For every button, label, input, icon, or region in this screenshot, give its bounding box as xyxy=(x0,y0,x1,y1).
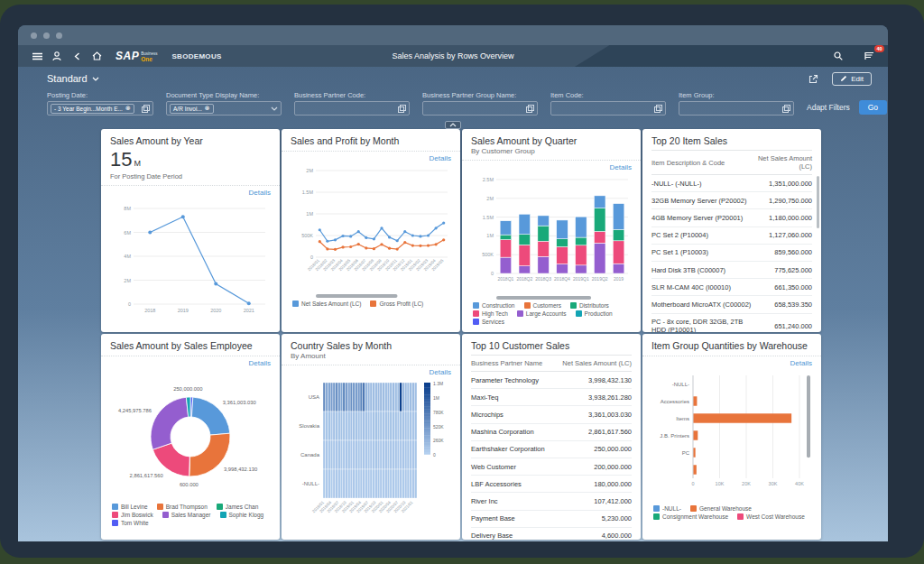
svg-text:2018Q2: 2018Q2 xyxy=(516,276,532,282)
table-row[interactable]: SLR M-CAM 40C (I00010)661,350.000 xyxy=(651,279,812,296)
card-subtitle: By Customer Group xyxy=(471,147,632,155)
details-link[interactable]: Details xyxy=(291,365,451,377)
browser-frame: SAP Business One SBODEMOUS Sales Analysi… xyxy=(0,5,924,558)
window-dot[interactable] xyxy=(56,32,62,39)
card-item-group-quantities: Item Group Quantities by Warehouse Detai… xyxy=(642,334,821,540)
cell-value: 3,998,432.130 xyxy=(554,372,632,389)
table-row[interactable]: 4GB Memory Server (P20001)1,180,000.000 xyxy=(651,209,812,227)
collapse-filter-button[interactable] xyxy=(445,121,461,129)
table-row[interactable]: LBF Accessories180,000.000 xyxy=(471,476,632,493)
chevron-up-icon xyxy=(449,123,457,127)
value-help-icon xyxy=(654,105,662,113)
table-row[interactable]: Web Customer200,000.000 xyxy=(471,458,632,475)
legend-label: Customers xyxy=(533,302,561,309)
legend-swatch xyxy=(473,319,479,325)
notifications-icon[interactable]: 40 xyxy=(859,49,879,63)
table-row[interactable]: PC Set 1 (P10003)859,560.000 xyxy=(651,244,812,261)
cell-name: LBF Accessories xyxy=(471,476,554,493)
filter-input[interactable] xyxy=(294,101,410,116)
cell-value: 180,000.000 xyxy=(554,476,632,493)
window-dot[interactable] xyxy=(31,32,37,39)
filter-input[interactable] xyxy=(422,101,538,116)
details-link[interactable]: Details xyxy=(110,186,271,198)
user-icon[interactable] xyxy=(47,49,67,63)
cell-name: PC - 8x core, DDR 32GB, 2TB HDD (P10001) xyxy=(651,313,753,332)
table-row[interactable]: Hard Disk 3TB (C00007)775,625.000 xyxy=(651,261,812,278)
svg-text:2018Q1: 2018Q1 xyxy=(498,276,514,282)
svg-text:0: 0 xyxy=(128,301,131,307)
svg-text:2M: 2M xyxy=(306,168,313,173)
cell-value: 1,127,060.000 xyxy=(753,227,812,244)
table-row[interactable]: Microchips3,361,003.030 xyxy=(471,406,632,423)
card-title: Sales Amount by Sales Employee xyxy=(110,340,271,351)
legend-label: James Chan xyxy=(226,504,259,510)
table-header: Business Partner Name xyxy=(471,356,554,372)
filter-input[interactable] xyxy=(679,101,794,116)
cell-value: 250,000.000 xyxy=(554,440,632,458)
table-row[interactable]: Delivery Base4,600.000 xyxy=(471,527,632,540)
table-row[interactable]: Mashina Corporation2,861,617.560 xyxy=(471,423,632,440)
svg-text:4M: 4M xyxy=(124,254,131,259)
window-dot[interactable] xyxy=(43,32,50,39)
cell-name: 4GB Memory Server (P20001) xyxy=(651,209,753,227)
svg-text:3,998,432.130: 3,998,432.130 xyxy=(224,467,257,472)
table-scrollbar[interactable] xyxy=(817,176,819,228)
chart-scrollbar[interactable] xyxy=(496,296,591,300)
details-link[interactable]: Details xyxy=(471,161,632,172)
filter-input[interactable]: A/R Invoi...⊗ xyxy=(166,101,282,116)
adapt-filters-link[interactable]: Adapt Filters xyxy=(807,103,850,112)
table-row[interactable]: -NULL- (-NULL-)1,351,000.000 xyxy=(651,175,812,192)
kpi-unit: M xyxy=(134,159,141,168)
table-row[interactable]: Earthshaker Corporation250,000.000 xyxy=(471,440,632,458)
legend-item: Production xyxy=(576,310,613,317)
filter-input[interactable] xyxy=(550,101,666,116)
legend-item: Gross Profit (LC) xyxy=(370,300,423,307)
legend-label: Construction xyxy=(482,302,515,309)
go-button[interactable]: Go xyxy=(859,100,887,115)
legend-item: Consignment Warehouse xyxy=(653,513,728,520)
share-icon[interactable] xyxy=(803,71,823,86)
legend-swatch xyxy=(473,302,479,309)
table-row[interactable]: Parameter Technology3,998,432.130 xyxy=(471,372,632,389)
legend-swatch xyxy=(576,310,582,317)
chart-scrollbar[interactable] xyxy=(316,294,398,298)
search-icon[interactable] xyxy=(828,49,848,63)
sap-logo-one: One xyxy=(141,57,157,63)
svg-text:J.B. Printers: J.B. Printers xyxy=(660,433,689,439)
svg-text:2018Q4: 2018Q4 xyxy=(554,276,570,282)
menu-icon[interactable] xyxy=(27,49,47,63)
table-row[interactable]: 32GB Memory Server (P20002)1,290,750.000 xyxy=(651,192,812,209)
legend-item: Sales Manager xyxy=(162,512,211,518)
details-link[interactable]: Details xyxy=(291,152,451,163)
cell-name: 32GB Memory Server (P20002) xyxy=(651,192,753,209)
table-row[interactable]: Payment Base5,230.000 xyxy=(471,510,632,527)
details-link[interactable]: Details xyxy=(651,356,812,368)
legend-label: Consignment Warehouse xyxy=(662,513,728,520)
table-row[interactable]: PC Set 2 (P10004)1,127,060.000 xyxy=(651,227,812,244)
details-link[interactable]: Details xyxy=(110,356,271,368)
legend-item: Services xyxy=(473,319,504,325)
svg-text:0: 0 xyxy=(433,452,436,458)
filter-input[interactable]: - 3 Year Begin...Month E...⊗ xyxy=(47,101,153,116)
legend-item: James Chan xyxy=(217,504,259,510)
home-icon[interactable] xyxy=(87,49,106,63)
variant-selector[interactable]: Standard xyxy=(47,73,99,84)
cell-name: -NULL- (-NULL-) xyxy=(651,175,753,192)
edit-button[interactable]: Edit xyxy=(832,72,872,86)
legend-label: Tom White xyxy=(121,520,149,526)
filter-label: Posting Date: xyxy=(47,91,153,99)
svg-text:10K: 10K xyxy=(716,481,725,486)
clear-token-icon[interactable]: ⊗ xyxy=(205,105,210,112)
filter-label: Business Partner Group Name: xyxy=(422,91,538,99)
legend-swatch xyxy=(220,512,226,518)
table-row[interactable]: PC - 8x core, DDR 32GB, 2TB HDD (P10001)… xyxy=(651,313,812,332)
chart-scrollbar[interactable] xyxy=(807,375,810,458)
table-row[interactable]: River Inc107,412.000 xyxy=(471,493,632,510)
table-row[interactable]: Motherboard MicroATX (C00002)658,539.350 xyxy=(651,296,812,313)
filter-label: Item Code: xyxy=(550,91,666,99)
cell-value: 200,000.000 xyxy=(554,458,632,475)
back-icon[interactable] xyxy=(67,49,87,63)
table-row[interactable]: Maxi-Teq3,938,261.280 xyxy=(471,389,632,406)
country-heatmap-chart: USASlovakiaCanada-NULL-2018/012018/04201… xyxy=(291,377,451,529)
clear-token-icon[interactable]: ⊗ xyxy=(125,105,131,112)
